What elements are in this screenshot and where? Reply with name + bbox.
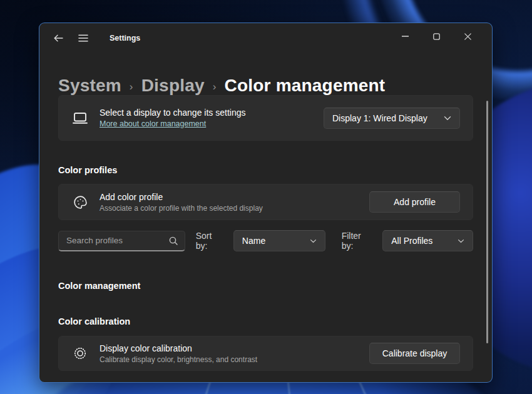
breadcrumb-item-color-management page-title: Color management bbox=[225, 76, 386, 96]
filter-by-label: Filter by: bbox=[342, 231, 376, 251]
calibrate-display-button[interactable]: Calibrate display bbox=[369, 343, 460, 364]
chevron-down-icon bbox=[310, 239, 317, 243]
search-profiles-box[interactable] bbox=[58, 231, 185, 251]
search-icon bbox=[169, 236, 178, 245]
breadcrumb-item-system[interactable]: System bbox=[58, 76, 121, 96]
breadcrumb-item-display[interactable]: Display bbox=[141, 76, 205, 96]
chevron-down-icon bbox=[458, 239, 464, 243]
minimize-icon bbox=[402, 36, 409, 37]
breadcrumb-separator-icon: › bbox=[130, 81, 133, 93]
sort-by-value: Name bbox=[242, 236, 265, 246]
filter-by-value: All Profiles bbox=[391, 236, 432, 246]
sort-by-dropdown[interactable]: Name bbox=[233, 230, 325, 251]
display-laptop-icon bbox=[72, 112, 88, 124]
palette-icon bbox=[72, 194, 88, 210]
display-color-calibration-text: Display color calibration Calibrate disp… bbox=[100, 343, 369, 364]
maximize-icon bbox=[433, 33, 440, 40]
breadcrumb-separator-icon: › bbox=[213, 81, 217, 93]
color-calibration-heading: Color calibration bbox=[58, 316, 130, 326]
sort-by-label: Sort by: bbox=[196, 231, 226, 251]
settings-window: Settings bbox=[39, 23, 493, 383]
add-color-profile-text: Add color profile Associate a color prof… bbox=[100, 192, 369, 213]
display-select-dropdown[interactable]: Display 1: Wired Display bbox=[324, 108, 460, 129]
window-title: Settings bbox=[110, 34, 140, 43]
close-button[interactable] bbox=[452, 24, 483, 48]
color-profiles-heading: Color profiles bbox=[58, 165, 117, 175]
window-caption-controls bbox=[389, 24, 483, 48]
display-color-calibration-title: Display color calibration bbox=[100, 343, 369, 353]
search-profiles-input[interactable] bbox=[59, 236, 169, 245]
color-management-heading: Color management bbox=[58, 281, 140, 291]
navigation-menu-button[interactable] bbox=[73, 29, 93, 48]
breadcrumb: System › Display › Color management bbox=[58, 76, 385, 96]
vertical-scrollbar-thumb[interactable] bbox=[486, 101, 488, 343]
close-icon bbox=[464, 33, 471, 40]
calibration-sun-icon bbox=[72, 345, 88, 361]
display-color-calibration-card: Display color calibration Calibrate disp… bbox=[58, 336, 473, 371]
add-profile-button[interactable]: Add profile bbox=[369, 191, 460, 213]
filter-by-dropdown[interactable]: All Profiles bbox=[382, 230, 473, 251]
add-color-profile-card: Add color profile Associate a color prof… bbox=[58, 184, 473, 220]
desktop: Settings bbox=[0, 0, 532, 394]
profiles-toolbar: Sort by: Name Filter by: All Profiles bbox=[58, 230, 473, 251]
minimize-button[interactable] bbox=[389, 24, 421, 48]
display-select-value: Display 1: Wired Display bbox=[332, 113, 427, 123]
display-selector-card: Select a display to change its settings … bbox=[58, 95, 473, 141]
back-button[interactable] bbox=[48, 29, 68, 48]
display-selector-title: Select a display to change its settings bbox=[100, 108, 324, 118]
back-arrow-icon bbox=[54, 34, 63, 42]
more-about-color-management-link[interactable]: More about color management bbox=[100, 119, 206, 128]
chevron-down-icon bbox=[444, 116, 451, 121]
maximize-button[interactable] bbox=[421, 24, 452, 48]
title-bar: Settings bbox=[39, 23, 492, 53]
display-selector-text: Select a display to change its settings … bbox=[100, 108, 324, 129]
add-color-profile-title: Add color profile bbox=[100, 192, 369, 202]
hamburger-menu-icon bbox=[78, 34, 88, 42]
display-color-calibration-description: Calibrate display color, brightness, and… bbox=[100, 355, 369, 364]
add-color-profile-description: Associate a color profile with the selec… bbox=[100, 204, 369, 213]
